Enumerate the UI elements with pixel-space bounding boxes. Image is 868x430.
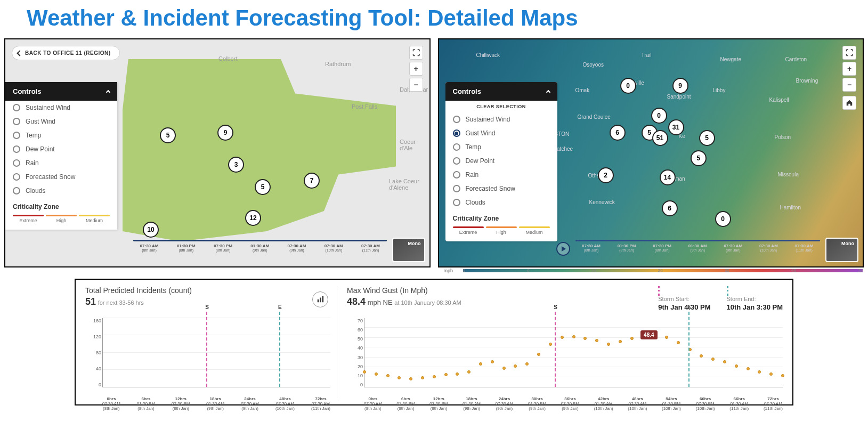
controls-header[interactable]: Controls — [445, 82, 557, 101]
clear-selection[interactable]: CLEAR SELECTION — [445, 101, 557, 112]
control-clouds[interactable]: Clouds — [445, 196, 557, 209]
control-label: Gust Wind — [466, 129, 496, 137]
data-point[interactable] — [479, 362, 482, 366]
map-marker[interactable]: 9 — [217, 125, 233, 141]
zoom-in-button[interactable]: + — [842, 62, 856, 76]
data-point[interactable] — [525, 362, 529, 366]
data-point[interactable] — [514, 364, 517, 368]
data-point[interactable] — [491, 360, 494, 363]
map-marker[interactable]: 0 — [651, 108, 667, 124]
map-marker[interactable]: 5 — [255, 179, 271, 195]
gust-unit: mph NE — [368, 298, 393, 306]
map-marker[interactable]: 0 — [620, 78, 636, 94]
data-point[interactable] — [583, 337, 587, 340]
control-dew-point[interactable]: Dew Point — [445, 154, 557, 168]
incidents-plot[interactable]: 04080120160 S E 0hrs07:30 AM(8th Jan)6hr… — [85, 318, 330, 398]
mph-scale — [460, 259, 831, 267]
incidents-chart: Total Predicted Incidents (count) 51 for… — [85, 286, 330, 398]
data-point[interactable] — [467, 370, 470, 374]
mph-tick: 6 — [527, 268, 529, 273]
home-button[interactable] — [842, 96, 856, 110]
map-marker[interactable]: 14 — [660, 169, 676, 185]
fullscreen-button[interactable]: ⛶ — [842, 46, 856, 60]
timeline-right[interactable]: 07:30 AM(8th Jan)01:30 PM(8th Jan)07:30 … — [575, 234, 821, 261]
data-point[interactable] — [781, 374, 784, 377]
data-point[interactable] — [607, 343, 610, 346]
data-point[interactable] — [595, 339, 598, 342]
map-marker[interactable]: 6 — [662, 200, 678, 216]
data-point[interactable] — [677, 341, 680, 344]
map-marker[interactable]: 6 — [610, 125, 626, 141]
storm-end-marker — [727, 286, 783, 296]
control-gust-wind[interactable]: Gust Wind — [445, 126, 557, 140]
zoom-out-button[interactable]: − — [409, 78, 423, 92]
play-button[interactable] — [556, 242, 570, 256]
basemap-toggle[interactable]: Mono — [392, 238, 425, 262]
control-forecasted-snow[interactable]: Forecasted Snow — [5, 170, 117, 184]
control-temp[interactable]: Temp — [445, 140, 557, 154]
data-point[interactable] — [711, 358, 715, 361]
timeline-left[interactable]: 07:30 AM(8th Jan)01:30 PM(8th Jan)07:30 … — [133, 234, 387, 261]
map-marker[interactable]: 5 — [691, 150, 707, 166]
control-clouds[interactable]: Clouds — [5, 184, 117, 198]
data-point[interactable] — [456, 372, 459, 376]
control-temp[interactable]: Temp — [5, 128, 117, 142]
map-marker[interactable]: 5 — [160, 127, 176, 143]
back-button[interactable]: BACK TO OFFICE 11 (REGION) — [12, 46, 120, 60]
map-marker[interactable]: 3 — [228, 157, 244, 173]
data-point[interactable] — [537, 353, 540, 356]
control-dew-point[interactable]: Dew Point — [5, 142, 117, 156]
data-point[interactable] — [409, 377, 412, 380]
x-tick: 48hrs07:30 AM(10th Jan) — [275, 396, 295, 411]
zoom-in-button[interactable]: + — [409, 62, 423, 76]
mph-tick: 70 — [858, 268, 863, 273]
data-point[interactable] — [363, 370, 366, 374]
data-point[interactable] — [665, 336, 668, 339]
control-sustained-wind[interactable]: Sustained Wind — [5, 101, 117, 115]
data-point[interactable] — [398, 376, 401, 379]
data-point[interactable] — [386, 374, 390, 377]
control-rain[interactable]: Rain — [445, 168, 557, 182]
data-point[interactable] — [735, 364, 738, 368]
data-point[interactable] — [619, 340, 622, 343]
data-point[interactable] — [421, 376, 424, 379]
gust-plot[interactable]: 010203040506070 S E 48.4 0hrs07:30 AM(8t… — [347, 318, 783, 398]
map-marker[interactable]: 12 — [245, 210, 261, 226]
data-point[interactable] — [433, 375, 436, 378]
data-point[interactable] — [561, 336, 564, 339]
zoom-out-button[interactable]: − — [842, 78, 856, 92]
map-marker[interactable]: 7 — [304, 173, 320, 189]
data-point[interactable] — [572, 335, 575, 338]
chart-type-toggle[interactable] — [312, 291, 328, 307]
data-point[interactable] — [700, 354, 703, 358]
map-marker[interactable]: 51 — [652, 130, 668, 146]
data-point[interactable] — [375, 372, 378, 376]
fullscreen-button[interactable]: ⛶ — [409, 46, 423, 60]
chevron-up-icon — [106, 90, 110, 94]
controls-header[interactable]: Controls — [5, 82, 117, 101]
y-tick: 20 — [347, 364, 363, 369]
data-point[interactable] — [630, 337, 634, 340]
control-rain[interactable]: Rain — [5, 156, 117, 170]
data-point[interactable] — [444, 373, 448, 376]
x-tick: 6hrs01:30 PM(8th Jan) — [137, 396, 155, 411]
criticality-zone: Criticality Zone ExtremeHighMedium — [5, 198, 117, 230]
criticality-title: Criticality Zone — [13, 203, 110, 210]
map-marker[interactable]: 5 — [699, 130, 715, 146]
data-point[interactable] — [502, 367, 506, 370]
data-point[interactable] — [549, 343, 552, 346]
zoom-controls: ⛶ + − — [842, 46, 856, 110]
data-point[interactable] — [758, 370, 761, 374]
basemap-toggle[interactable]: Mono — [825, 238, 858, 262]
control-forecasted-snow[interactable]: Forecasted Snow — [445, 182, 557, 196]
data-point[interactable] — [769, 372, 773, 376]
control-gust-wind[interactable]: Gust Wind — [5, 115, 117, 128]
data-point[interactable] — [747, 367, 750, 370]
map-marker[interactable]: 31 — [668, 119, 684, 135]
map-marker[interactable]: 2 — [598, 167, 614, 183]
control-sustained-wind[interactable]: Sustained Wind — [445, 112, 557, 126]
data-point[interactable] — [723, 360, 726, 363]
radio-icon — [453, 129, 460, 137]
map-marker[interactable]: 0 — [715, 211, 731, 227]
map-marker[interactable]: 9 — [672, 78, 688, 94]
